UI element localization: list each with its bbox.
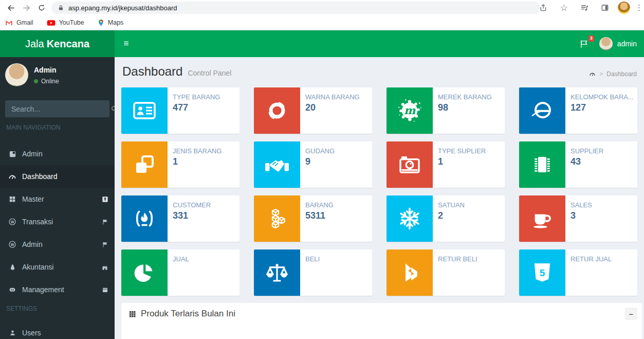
user-avatar xyxy=(599,37,613,50)
sidebar-user-name: Admin xyxy=(34,66,57,74)
fire-parens-icon xyxy=(121,195,168,242)
bookmark-maps[interactable]: Maps xyxy=(98,19,124,27)
search-input[interactable] xyxy=(5,105,111,113)
main-content: Dashboard Control Panel > Dashboard TYPE… xyxy=(115,57,644,339)
cubes-icon xyxy=(254,195,300,242)
sidebar-item-users[interactable]: Users xyxy=(0,322,115,339)
infobox-sales: SALES3 xyxy=(519,195,637,242)
breadcrumb-current[interactable]: Dashboard xyxy=(606,70,637,78)
top-navbar: ≡ 3 admin xyxy=(115,30,644,57)
infobox-label: TYPE BARANG xyxy=(173,93,220,101)
handshake-icon xyxy=(254,141,300,188)
brand-logo[interactable]: Jala Kencana xyxy=(0,30,115,57)
browser-profile-avatar[interactable] xyxy=(618,2,630,14)
infobox-retur-beli: RETUR BELI xyxy=(387,249,505,296)
panel-title: Produk Terlaris Bulan Ini xyxy=(141,309,235,319)
bookmarks-bar: Gmail YouTube Maps xyxy=(0,15,644,30)
infobox-jenis-barang: JENIS BARANG1 xyxy=(121,141,240,188)
infobox-value: 98 xyxy=(438,102,492,113)
infobox-value: 3 xyxy=(571,210,592,221)
browser-back-button[interactable] xyxy=(3,1,19,14)
infobox-label: SALES xyxy=(571,201,592,209)
infobox-gudang: GUDANG9 xyxy=(254,141,372,188)
infobox-value: 127 xyxy=(571,102,632,113)
sidebar-item-dashboard[interactable]: Dashboard xyxy=(0,165,115,188)
infobox-kelompok-barang: KELOMPOK BARA...127 xyxy=(519,87,637,134)
balance-scale-icon xyxy=(254,249,300,296)
collapse-button[interactable]: − xyxy=(625,308,637,320)
infobox-customer: CUSTOMER331 xyxy=(121,195,240,242)
infobox-label: JENIS BARANG xyxy=(173,147,222,155)
microchip-icon xyxy=(519,141,565,188)
lock-icon xyxy=(58,5,64,11)
playlist-extension-icon[interactable] xyxy=(577,1,592,14)
infobox-retur-jual: 5 RETUR JUAL xyxy=(519,249,637,296)
app-header: Jala Kencana ≡ 3 admin xyxy=(0,30,644,57)
grid-icon xyxy=(7,195,17,203)
infobox-label: RETUR JUAL xyxy=(571,255,612,263)
flag-icon xyxy=(579,39,589,49)
bookmark-star-icon[interactable]: ☆ xyxy=(556,1,572,14)
camera-retro-icon xyxy=(387,141,433,188)
browser-forward-button[interactable] xyxy=(19,1,34,14)
breadcrumb-separator: > xyxy=(599,70,603,78)
brand-bold: Kencana xyxy=(47,38,89,50)
pie-chart-icon xyxy=(121,249,168,296)
top-products-panel: Produk Terlaris Bulan Ini − xyxy=(121,303,642,339)
svg-text:W: W xyxy=(11,243,14,246)
infobox-satuan: SATUAN2 xyxy=(387,195,505,242)
sidebar-item-master[interactable]: Master xyxy=(0,188,115,210)
coffee-cup-icon xyxy=(519,195,565,242)
dashboard-gauge-icon xyxy=(7,173,17,181)
sidebar-section-settings: SETTINGS xyxy=(6,305,37,312)
svg-text:W: W xyxy=(11,220,14,224)
user-menu[interactable]: admin xyxy=(599,37,637,50)
infobox-label: MEREK BARANG xyxy=(438,93,492,101)
sidebar-user-panel: Admin Online xyxy=(5,63,109,94)
wordpress-icon: W xyxy=(7,218,17,226)
sidebar-item-admin[interactable]: Admin xyxy=(0,142,115,165)
url-text: asp.epang.my.id/jkepusat/dashboard xyxy=(68,4,177,12)
houzz-icon xyxy=(387,249,433,296)
sidebar-item-akuntansi[interactable]: Akuntansi xyxy=(0,256,115,278)
page-head: Dashboard Control Panel xyxy=(122,64,231,79)
browser-chrome: asp.epang.my.id/jkepusat/dashboard ☆ ⋮ xyxy=(0,0,644,30)
infobox-label: GUDANG xyxy=(305,147,335,155)
infobox-value: 43 xyxy=(571,156,603,167)
address-bar[interactable]: asp.epang.my.id/jkepusat/dashboard xyxy=(51,2,541,14)
internet-explorer-icon xyxy=(519,87,565,134)
notification-badge: 3 xyxy=(588,35,594,42)
sidebar-item-management[interactable]: Management xyxy=(0,278,115,301)
sidebar-avatar xyxy=(5,63,28,86)
infobox-supplier: SUPPLIER43 xyxy=(519,141,637,188)
bookmark-youtube[interactable]: YouTube xyxy=(47,19,84,26)
infobox-grid: TYPE BARANG477 WARNA BARANG20 m MEREK BA… xyxy=(121,87,637,296)
dashboard-gauge-icon[interactable] xyxy=(589,71,596,77)
infobox-label: RETUR BELI xyxy=(438,255,477,263)
screen: asp.epang.my.id/jkepusat/dashboard ☆ ⋮ xyxy=(0,0,644,339)
side-panel-icon[interactable] xyxy=(597,1,613,14)
infobox-value: 1 xyxy=(438,156,486,167)
infobox-label: SUPPLIER xyxy=(571,147,603,155)
user-icon xyxy=(7,329,17,336)
browser-menu-icon[interactable]: ⋮ xyxy=(635,3,643,12)
bookmark-gmail[interactable]: Gmail xyxy=(5,19,33,26)
infobox-label: KELOMPOK BARA... xyxy=(571,93,632,101)
flag-badge-icon xyxy=(102,241,108,248)
infobox-label: BARANG xyxy=(305,201,334,209)
infobox-label: JUAL xyxy=(173,255,189,263)
sidebar-item-admin-2[interactable]: W Admin xyxy=(0,233,115,256)
browser-reload-button[interactable] xyxy=(34,1,49,14)
sidebar-toggle-icon[interactable]: ≡ xyxy=(115,30,138,57)
infobox-warna-barang: WARNA BARANG20 xyxy=(254,87,372,134)
notifications-button[interactable]: 3 xyxy=(578,37,591,50)
infobox-label: BELI xyxy=(305,255,320,263)
page-title: Dashboard xyxy=(122,64,182,79)
browser-actions: ☆ ⋮ xyxy=(536,0,643,15)
svg-text:m: m xyxy=(404,104,416,117)
infobox-value: 1 xyxy=(173,156,222,167)
sidebar-item-transaksi[interactable]: W Transaksi xyxy=(0,210,115,233)
infobox-value: 331 xyxy=(173,210,211,221)
share-icon[interactable] xyxy=(536,1,551,14)
black-tie-icon xyxy=(102,196,108,203)
